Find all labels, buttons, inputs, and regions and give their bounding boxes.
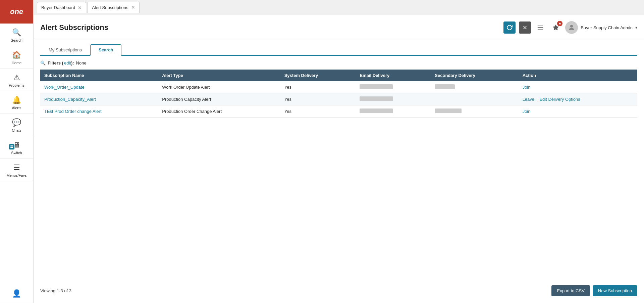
action-cell: Join <box>523 85 633 90</box>
footer-buttons: Export to CSV New Subscription <box>551 285 637 296</box>
cell-action: Leave | Edit Delivery Options <box>519 93 637 105</box>
sidebar-item-menus[interactable]: ☰ Menus/Favs <box>0 159 33 181</box>
cell-alert-type: Work Order Update Alert <box>158 81 280 93</box>
sidebar-item-profile[interactable]: 👤 <box>0 285 33 303</box>
cell-system-delivery: Yes <box>280 105 356 118</box>
export-csv-button[interactable]: Export to CSV <box>551 285 590 296</box>
blurred-email <box>360 84 393 89</box>
cell-system-delivery: Yes <box>280 81 356 93</box>
join-link[interactable]: Join <box>523 109 531 114</box>
cell-subscription-name[interactable]: Production_Capacity_Alert <box>40 93 158 105</box>
cell-system-delivery: Yes <box>280 93 356 105</box>
sidebar-item-problems[interactable]: ⚠ Problems <box>0 69 33 91</box>
refresh-button[interactable] <box>503 21 516 34</box>
col-subscription-name: Subscription Name <box>40 70 158 81</box>
cell-secondary-delivery <box>431 81 518 93</box>
tab-close-buyer-dashboard[interactable]: ✕ <box>78 5 82 10</box>
edit-delivery-options-link[interactable]: Edit Delivery Options <box>539 97 580 102</box>
tab-label: Alert Subscriptions <box>92 5 128 10</box>
action-cell: Leave | Edit Delivery Options <box>523 97 633 102</box>
action-cell: Join <box>523 109 633 114</box>
app-logo: one <box>0 0 33 24</box>
user-section: Buyer Supply Chain Admin ▾ <box>565 21 637 34</box>
sidebar-item-chats[interactable]: 💬 Chats <box>0 114 33 136</box>
col-secondary-delivery: Secondary Delivery <box>431 70 518 81</box>
search-icon: 🔍 <box>12 28 21 37</box>
sidebar-item-label: Menus/Favs <box>7 173 27 177</box>
cell-action: Join <box>519 81 637 93</box>
sidebar: one 🔍 Search 🏠 Home ⚠ Problems 🔔 Alerts … <box>0 0 34 303</box>
tab-close-alert-subscriptions[interactable]: ✕ <box>131 5 135 10</box>
blurred-email <box>360 96 393 101</box>
logo-text: one <box>10 7 23 16</box>
tab-bar: Buyer Dashboard ✕ Alert Subscriptions ✕ <box>34 0 644 15</box>
sidebar-item-search[interactable]: 🔍 Search <box>0 24 33 46</box>
table-row: TEst Prod Order change Alert Production … <box>40 105 637 118</box>
page-title: Alert Subscriptions <box>40 23 108 32</box>
cell-alert-type: Production Order Change Alert <box>158 105 280 118</box>
cell-alert-type: Production Capacity Alert <box>158 93 280 105</box>
table-header-row: Subscription Name Alert Type System Deli… <box>40 70 637 81</box>
chat-icon: 💬 <box>12 118 21 127</box>
warning-icon: ⚠ <box>13 73 20 82</box>
content-area: Alert Subscriptions <box>34 15 644 303</box>
filter-search-icon: 🔍 <box>40 60 46 66</box>
switch-badge <box>9 144 14 149</box>
cell-email-delivery <box>356 81 431 93</box>
leave-link[interactable]: Leave <box>523 97 534 102</box>
filters-row: 🔍 Filters ( edit ): None <box>40 60 637 66</box>
new-subscription-button[interactable]: New Subscription <box>593 285 637 296</box>
tab-buyer-dashboard[interactable]: Buyer Dashboard ✕ <box>37 2 86 13</box>
sidebar-item-label: Problems <box>9 83 24 87</box>
sidebar-item-label: Search <box>11 38 22 42</box>
table-row: Production_Capacity_Alert Production Cap… <box>40 93 637 105</box>
subscriptions-table: Subscription Name Alert Type System Deli… <box>40 70 637 118</box>
join-link[interactable]: Join <box>523 85 531 90</box>
notification-area[interactable]: ★ <box>550 21 562 34</box>
tab-label: Buyer Dashboard <box>41 5 75 10</box>
sidebar-item-label: Chats <box>12 128 21 132</box>
tab-search[interactable]: Search <box>90 44 121 56</box>
tab-my-subscriptions[interactable]: My Subscriptions <box>40 44 90 56</box>
filters-edit-link[interactable]: edit <box>64 60 71 66</box>
page-header: Alert Subscriptions <box>34 15 644 39</box>
page-tabs: My Subscriptions Search <box>40 44 637 56</box>
subscription-name-link[interactable]: Production_Capacity_Alert <box>44 97 96 102</box>
cell-secondary-delivery <box>431 93 518 105</box>
viewing-text: Viewing 1-3 of 3 <box>40 288 71 293</box>
sidebar-item-label: Switch <box>11 151 22 155</box>
menu-button[interactable] <box>534 21 546 34</box>
svg-rect-0 <box>10 145 13 146</box>
sidebar-item-alerts[interactable]: 🔔 Alerts <box>0 91 33 114</box>
avatar <box>565 21 578 34</box>
sidebar-item-home[interactable]: 🏠 Home <box>0 46 33 69</box>
col-system-delivery: System Delivery <box>280 70 356 81</box>
inner-content: My Subscriptions Search 🔍 Filters ( edit… <box>34 39 644 303</box>
table-wrap: Subscription Name Alert Type System Deli… <box>40 70 637 281</box>
tab-alert-subscriptions[interactable]: Alert Subscriptions ✕ <box>88 2 139 13</box>
subscription-name-link[interactable]: Work_Order_Update <box>44 85 85 90</box>
sidebar-item-label: Home <box>12 61 21 65</box>
bell-icon: 🔔 <box>12 96 21 104</box>
user-dropdown-arrow[interactable]: ▾ <box>635 25 637 30</box>
blurred-secondary <box>435 84 455 89</box>
col-alert-type: Alert Type <box>158 70 280 81</box>
cell-email-delivery <box>356 93 431 105</box>
header-right: ★ Buyer Supply Chain Admin ▾ <box>503 21 637 34</box>
menu-icon: ☰ <box>13 163 20 172</box>
cell-subscription-name[interactable]: Work_Order_Update <box>40 81 158 93</box>
cell-action: Join <box>519 105 637 118</box>
table-row: Work_Order_Update Work Order Update Aler… <box>40 81 637 93</box>
col-action: Action <box>519 70 637 81</box>
subscription-name-link[interactable]: TEst Prod Order change Alert <box>44 109 102 114</box>
action-separator: | <box>536 97 537 102</box>
table-footer: Viewing 1-3 of 3 Export to CSV New Subsc… <box>40 281 637 298</box>
profile-icon: 👤 <box>12 289 21 298</box>
cell-subscription-name[interactable]: TEst Prod Order change Alert <box>40 105 158 118</box>
sidebar-item-label: Alerts <box>12 106 21 110</box>
sidebar-item-switch[interactable]: 🖥 Switch <box>0 136 33 159</box>
svg-point-8 <box>570 25 573 28</box>
close-button[interactable] <box>519 21 531 34</box>
filters-label: Filters ( <box>48 60 63 66</box>
main-area: Buyer Dashboard ✕ Alert Subscriptions ✕ … <box>34 0 644 303</box>
